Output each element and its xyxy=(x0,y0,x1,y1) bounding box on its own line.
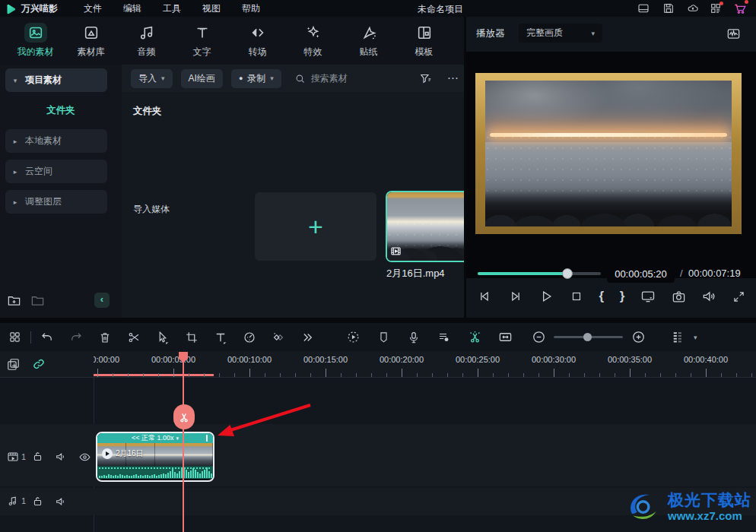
fit-timeline-icon[interactable] xyxy=(497,329,513,346)
keyframe-icon[interactable] xyxy=(270,329,287,346)
tab-audio[interactable]: 音频 xyxy=(119,17,174,65)
menu-edit[interactable]: 编辑 xyxy=(113,2,152,15)
panel-divider-horizontal[interactable] xyxy=(0,318,756,323)
media-browser-icon[interactable] xyxy=(6,329,23,346)
sidebar-local-media[interactable]: ▸ 本地素材 xyxy=(5,129,107,153)
sidebar-adjustment-layer[interactable]: ▸ 调整图层 xyxy=(5,190,107,214)
import-button[interactable]: 导入 ▾ xyxy=(131,69,173,88)
add-to-timeline-icon[interactable] xyxy=(6,357,21,372)
layout-icon[interactable] xyxy=(637,2,650,14)
mark-in-icon[interactable]: { xyxy=(599,289,605,304)
menu-view[interactable]: 视图 xyxy=(192,2,231,15)
chevron-down-icon: ▾ xyxy=(5,77,25,84)
waveform-bar xyxy=(106,476,107,478)
search-icon xyxy=(294,73,306,84)
zoom-slider-knob[interactable] xyxy=(583,333,592,341)
media-section-title: 文件夹 xyxy=(133,105,162,118)
chevron-down-icon: ▾ xyxy=(591,30,595,37)
folder-icon[interactable] xyxy=(30,293,45,308)
tab-stickers[interactable]: 贴纸 xyxy=(341,17,396,65)
mute-track-icon[interactable] xyxy=(55,451,67,463)
ruler-tick-minor xyxy=(493,373,494,377)
crop-icon[interactable] xyxy=(183,329,200,346)
delete-icon[interactable] xyxy=(97,329,113,346)
tab-transitions[interactable]: 转场 xyxy=(230,17,285,65)
track-manager-chevron-icon[interactable]: ▾ xyxy=(694,334,697,341)
ruler-tick-minor xyxy=(751,373,752,377)
ai-paint-button[interactable]: AI绘画 xyxy=(181,69,223,88)
undo-icon[interactable] xyxy=(39,329,56,346)
select-tool-icon[interactable] xyxy=(154,329,171,346)
cart-icon[interactable] xyxy=(733,2,747,15)
quality-dropdown[interactable]: 完整画质 ▾ xyxy=(519,24,602,43)
zoom-out-icon[interactable] xyxy=(530,329,547,346)
speed-icon[interactable] xyxy=(241,329,258,346)
ruler-tick-minor xyxy=(523,373,524,377)
marker-icon[interactable] xyxy=(375,329,392,346)
tab-templates[interactable]: 模板 xyxy=(396,17,452,65)
timeline-toolbar: ▾ xyxy=(0,323,756,351)
eye-visibility-icon[interactable] xyxy=(78,451,91,464)
new-folder-icon[interactable] xyxy=(7,293,21,308)
menu-tools[interactable]: 工具 xyxy=(152,2,192,15)
scope-icon[interactable] xyxy=(726,27,741,41)
sidebar-project-media[interactable]: ▾ 项目素材 xyxy=(5,68,107,92)
more-options-icon[interactable]: ⋯ xyxy=(447,71,459,85)
more-tools-icon[interactable] xyxy=(299,329,316,346)
sidebar-folder-link[interactable]: 文件夹 xyxy=(0,104,122,117)
mute-track-icon[interactable] xyxy=(55,496,67,508)
sidebar-cloud-space[interactable]: ▸ 云空间 xyxy=(5,160,107,183)
waveform-bar xyxy=(117,476,119,478)
clip-speed-bar[interactable]: << 正常 1.00x ▾ xyxy=(97,433,213,443)
render-preview-icon[interactable] xyxy=(436,329,453,346)
timeline-zoom-slider[interactable] xyxy=(554,336,623,338)
waveform-bar xyxy=(165,474,167,478)
stop-icon[interactable] xyxy=(570,290,583,303)
mark-out-icon[interactable]: } xyxy=(620,289,625,304)
split-scissors-button[interactable] xyxy=(173,404,195,429)
lock-icon[interactable] xyxy=(32,451,43,462)
motion-track-icon[interactable] xyxy=(345,329,361,346)
track-manager-icon[interactable] xyxy=(669,329,686,346)
cloud-sync-icon[interactable] xyxy=(687,2,699,14)
ruler-label: 00:00:10:00 xyxy=(227,355,272,364)
tab-my-media[interactable]: 我的素材 xyxy=(8,17,63,65)
zoom-in-icon[interactable] xyxy=(630,329,646,346)
import-media-tile[interactable]: + xyxy=(255,192,376,261)
apps-grid-icon[interactable] xyxy=(710,2,722,14)
save-icon[interactable] xyxy=(662,2,675,14)
record-button[interactable]: ● 录制 ▾ xyxy=(231,69,281,88)
tab-text[interactable]: 文字 xyxy=(174,17,230,65)
scissors-icon[interactable] xyxy=(125,329,142,346)
volume-icon[interactable] xyxy=(701,289,716,304)
next-frame-icon[interactable] xyxy=(508,289,523,304)
snapshot-camera-icon[interactable] xyxy=(672,290,686,304)
redo-icon[interactable] xyxy=(68,329,84,346)
text-tool-icon[interactable] xyxy=(212,329,229,346)
timeline-video-clip[interactable]: << 正常 1.00x ▾ 2月16日 xyxy=(96,432,214,482)
collapse-sidebar-button[interactable]: ‹ xyxy=(94,293,110,308)
playhead-line[interactable] xyxy=(183,352,184,532)
fullscreen-icon[interactable] xyxy=(732,290,745,303)
previous-frame-icon[interactable] xyxy=(477,289,492,304)
ruler-tick-minor xyxy=(691,373,691,377)
menu-file[interactable]: 文件 xyxy=(73,2,113,15)
waveform-bar xyxy=(142,476,144,478)
playback-progress-bar[interactable] xyxy=(478,272,601,275)
display-mode-icon[interactable] xyxy=(640,289,656,304)
voiceover-mic-icon[interactable] xyxy=(405,329,422,346)
play-icon[interactable] xyxy=(538,289,554,304)
ruler-tick-minor xyxy=(143,373,144,377)
lock-icon[interactable] xyxy=(32,496,43,507)
timeline-ruler[interactable]: 00:00:00:0000:00:05:0000:00:10:0000:00:1… xyxy=(94,351,756,378)
total-timecode: 00:00:07:19 xyxy=(688,268,741,279)
video-preview-area[interactable] xyxy=(466,52,756,278)
filter-icon[interactable] xyxy=(419,72,432,85)
tab-effects[interactable]: 特效 xyxy=(285,17,341,65)
tab-stock-media[interactable]: 素材库 xyxy=(63,17,119,65)
search-input[interactable] xyxy=(311,73,395,84)
quick-split-icon[interactable] xyxy=(466,329,483,346)
menu-help[interactable]: 帮助 xyxy=(231,2,271,15)
current-timecode[interactable]: 00:00:05:20 xyxy=(607,264,675,283)
auto-ripple-link-icon[interactable] xyxy=(32,357,46,371)
